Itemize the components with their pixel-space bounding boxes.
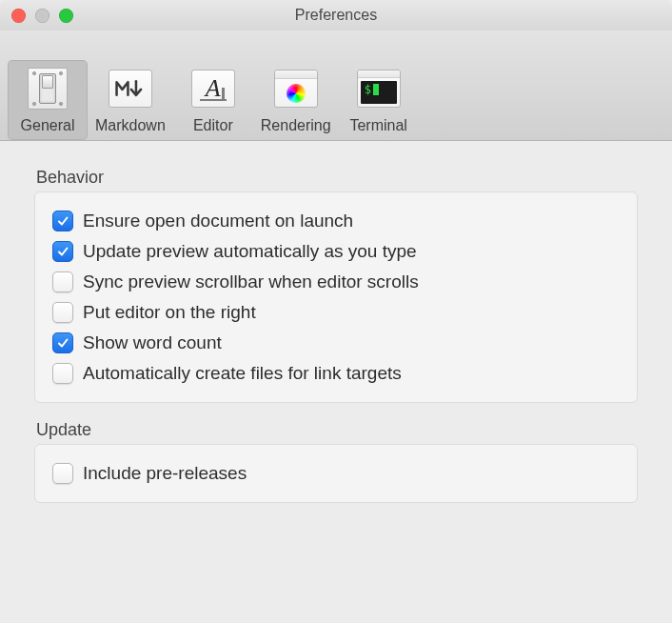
section-label-update: Update — [36, 420, 638, 440]
tab-label: Terminal — [349, 117, 406, 134]
tab-general[interactable]: General — [8, 60, 88, 140]
tab-terminal[interactable]: $ Terminal — [339, 60, 419, 140]
checkbox-label: Put editor on the right — [83, 302, 256, 323]
checkbox-editor-on-right[interactable] — [52, 302, 73, 323]
editor-icon: A — [190, 66, 236, 111]
pref-row-auto-create-files: Automatically create files for link targ… — [52, 358, 620, 389]
preferences-content: Behavior Ensure open document on launch … — [0, 141, 672, 543]
tab-editor[interactable]: A Editor — [173, 60, 253, 140]
titlebar: Preferences — [0, 0, 672, 30]
markdown-icon — [108, 66, 153, 111]
checkbox-sync-scrollbar[interactable] — [52, 271, 73, 292]
group-update: Include pre-releases — [34, 444, 638, 503]
checkbox-label: Sync preview scrollbar when editor scrol… — [83, 271, 419, 292]
checkbox-label: Include pre-releases — [83, 463, 247, 484]
checkbox-label: Update preview automatically as you type — [83, 241, 417, 262]
switch-icon — [25, 66, 70, 111]
tab-label: Editor — [193, 117, 233, 134]
pref-row-sync-scrollbar: Sync preview scrollbar when editor scrol… — [52, 267, 620, 297]
pref-row-show-word-count: Show word count — [52, 328, 620, 358]
checkbox-label: Ensure open document on launch — [83, 211, 353, 231]
checkbox-label: Show word count — [83, 332, 222, 353]
pref-row-editor-on-right: Put editor on the right — [52, 297, 620, 328]
tab-rendering[interactable]: Rendering — [253, 60, 339, 140]
pref-row-ensure-open-doc: Ensure open document on launch — [52, 206, 620, 236]
checkbox-ensure-open-doc[interactable] — [52, 211, 73, 231]
window-title: Preferences — [0, 7, 672, 24]
terminal-icon: $ — [356, 66, 402, 111]
checkbox-auto-create-files[interactable] — [52, 363, 73, 384]
tab-label: General — [21, 117, 75, 134]
checkbox-label: Automatically create files for link targ… — [83, 363, 402, 384]
group-behavior: Ensure open document on launch Update pr… — [34, 191, 638, 403]
section-label-behavior: Behavior — [36, 168, 638, 188]
tab-markdown[interactable]: Markdown — [88, 60, 173, 140]
pref-row-include-prereleases: Include pre-releases — [52, 458, 620, 489]
preferences-toolbar: General Markdown A Editor — [0, 30, 672, 141]
checkbox-include-prereleases[interactable] — [52, 463, 73, 484]
tab-label: Rendering — [261, 117, 331, 134]
tab-label: Markdown — [95, 117, 166, 134]
checkbox-auto-update-preview[interactable] — [52, 241, 73, 262]
pref-row-auto-update-preview: Update preview automatically as you type — [52, 236, 620, 267]
checkbox-show-word-count[interactable] — [52, 332, 73, 353]
rendering-icon — [273, 66, 319, 111]
